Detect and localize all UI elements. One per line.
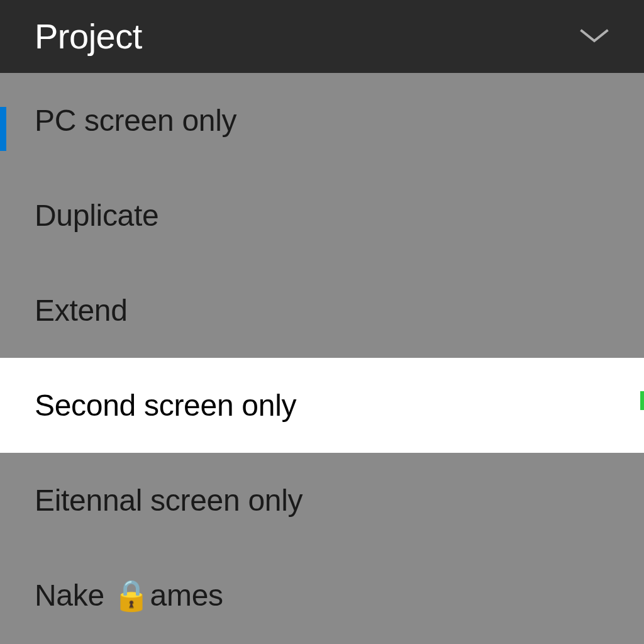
- option-pc-screen-only[interactable]: PC screen only: [0, 73, 644, 168]
- side-accent-green: [640, 391, 644, 410]
- option-second-screen-only[interactable]: Second screen only: [0, 358, 644, 453]
- option-label: Second screen only: [35, 388, 296, 423]
- option-label: PC screen only: [35, 103, 236, 138]
- panel-title: Project: [35, 16, 142, 57]
- option-nake-ames[interactable]: Nake 🔒ames: [0, 548, 644, 643]
- option-label: Duplicate: [35, 198, 158, 233]
- option-label: Nake 🔒ames: [35, 577, 223, 613]
- option-duplicate[interactable]: Duplicate: [0, 168, 644, 263]
- option-label: Eitennal screen only: [35, 483, 303, 518]
- option-eitennal-screen-only[interactable]: Eitennal screen only: [0, 453, 644, 548]
- project-panel: Project PC screen only Duplicate Extend …: [0, 0, 644, 644]
- chevron-down-icon[interactable]: [579, 27, 609, 45]
- side-accent-blue: [0, 107, 6, 151]
- option-extend[interactable]: Extend: [0, 263, 644, 358]
- display-options-list: PC screen only Duplicate Extend Second s…: [0, 73, 644, 644]
- option-label: Extend: [35, 293, 128, 328]
- panel-header[interactable]: Project: [0, 0, 644, 73]
